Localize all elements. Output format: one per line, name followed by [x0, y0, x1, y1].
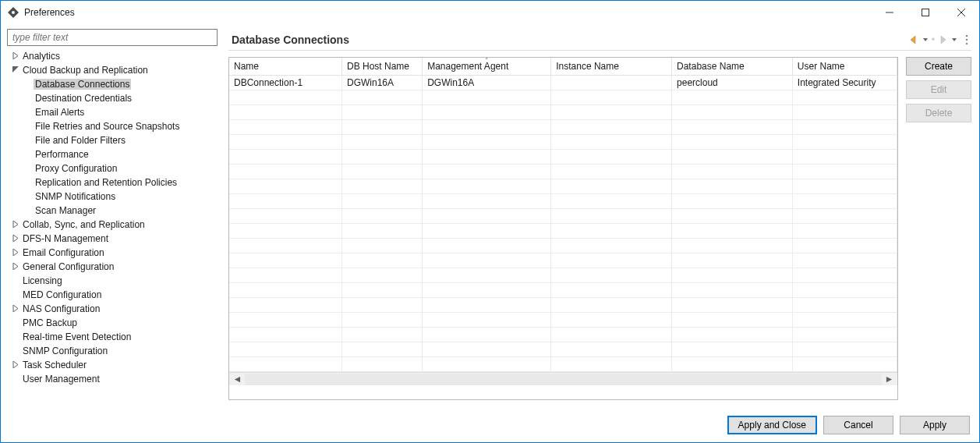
filter-input[interactable]: [7, 29, 218, 46]
table-row[interactable]: [229, 90, 897, 105]
table-cell: [792, 90, 897, 105]
tree-item[interactable]: NAS Configuration: [7, 302, 219, 316]
table-cell: [672, 150, 793, 165]
cancel-button[interactable]: Cancel: [823, 416, 893, 434]
expand-icon[interactable]: [10, 263, 21, 271]
table-row[interactable]: DBConnection-1DGWin16ADGWin16ApeercloudI…: [229, 76, 897, 90]
expand-icon[interactable]: [10, 361, 21, 370]
svg-rect-3: [922, 9, 929, 16]
table-row[interactable]: [229, 239, 897, 253]
tree-item[interactable]: PMC Backup: [7, 316, 219, 330]
tree-item[interactable]: Replication and Retention Policies: [7, 175, 219, 190]
tree-item[interactable]: File and Folder Filters: [7, 133, 219, 147]
view-menu-icon[interactable]: [964, 34, 970, 45]
table-row[interactable]: [229, 209, 897, 224]
table-cell: [423, 150, 551, 165]
scroll-track[interactable]: [245, 374, 882, 385]
apply-button[interactable]: Apply: [900, 416, 970, 434]
tree-item[interactable]: Cloud Backup and Replication: [7, 63, 219, 77]
table-row[interactable]: [229, 253, 897, 268]
nav-forward-icon[interactable]: [938, 35, 949, 44]
table-cell: [423, 253, 551, 268]
table-cell: [229, 194, 341, 209]
table-cell: [229, 90, 341, 105]
tree-item-label: Destination Credentials: [34, 93, 133, 104]
tree-item[interactable]: Scan Manager: [7, 204, 219, 218]
tree-item[interactable]: File Retries and Source Snapshots: [7, 119, 219, 133]
column-header[interactable]: Database Name: [672, 58, 793, 76]
delete-button[interactable]: Delete: [906, 104, 971, 122]
tree-item[interactable]: SNMP Configuration: [7, 344, 219, 358]
tree-item[interactable]: Performance: [7, 147, 219, 161]
table-body[interactable]: DBConnection-1DGWin16ADGWin16ApeercloudI…: [229, 76, 897, 372]
table-cell: [229, 283, 341, 298]
table-row[interactable]: [229, 268, 897, 283]
create-button[interactable]: Create: [906, 57, 971, 76]
column-header[interactable]: Management Agent˄: [423, 58, 551, 76]
titlebar: Preferences: [1, 1, 979, 24]
table-row[interactable]: [229, 224, 897, 239]
nav-back-dropdown-icon[interactable]: [923, 35, 929, 44]
tree-item-label: PMC Backup: [21, 317, 79, 328]
table-row[interactable]: [229, 179, 897, 194]
table-row[interactable]: [229, 342, 897, 357]
expand-icon[interactable]: [10, 221, 21, 229]
tree-item[interactable]: Destination Credentials: [7, 91, 219, 105]
scroll-right-icon[interactable]: ►: [883, 374, 896, 385]
tree-item[interactable]: DFS-N Management: [7, 232, 219, 246]
expand-icon[interactable]: [10, 249, 21, 257]
table-row[interactable]: [229, 165, 897, 179]
expand-icon[interactable]: [10, 52, 21, 61]
column-header[interactable]: User Name: [792, 58, 897, 76]
collapse-icon[interactable]: [10, 66, 21, 75]
table-row[interactable]: [229, 120, 897, 135]
tree-item[interactable]: User Management: [7, 372, 219, 386]
tree-item[interactable]: Licensing: [7, 274, 219, 288]
preferences-tree[interactable]: AnalyticsCloud Backup and ReplicationDat…: [7, 49, 219, 403]
column-header[interactable]: DB Host Name: [341, 58, 422, 76]
tree-item[interactable]: MED Configuration: [7, 288, 219, 302]
table-row[interactable]: [229, 283, 897, 298]
tree-item[interactable]: General Configuration: [7, 260, 219, 274]
tree-item[interactable]: SNMP Notifications: [7, 190, 219, 204]
tree-item[interactable]: Task Scheduler: [7, 358, 219, 372]
table-cell: [229, 253, 341, 268]
table-row[interactable]: [229, 105, 897, 120]
tree-item[interactable]: Collab, Sync, and Replication: [7, 218, 219, 232]
connections-table[interactable]: NameDB Host NameManagement Agent˄Instanc…: [228, 57, 898, 400]
tree-item[interactable]: Proxy Configuration: [7, 161, 219, 175]
tree-item[interactable]: Email Alerts: [7, 105, 219, 119]
table-header-row[interactable]: NameDB Host NameManagement Agent˄Instanc…: [229, 58, 897, 76]
tree-item[interactable]: Email Configuration: [7, 246, 219, 260]
table-cell: [672, 194, 793, 209]
table-row[interactable]: [229, 298, 897, 313]
table-cell: [672, 120, 793, 135]
tree-item-label: Collab, Sync, and Replication: [21, 219, 147, 230]
tree-item[interactable]: Real-time Event Detection: [7, 330, 219, 344]
table-row[interactable]: [229, 313, 897, 328]
maximize-button[interactable]: [907, 1, 943, 24]
table-row[interactable]: [229, 150, 897, 165]
table-cell: [341, 253, 422, 268]
table-row[interactable]: [229, 135, 897, 150]
expand-icon[interactable]: [10, 305, 21, 314]
nav-back-icon[interactable]: [909, 35, 920, 44]
apply-and-close-button[interactable]: Apply and Close: [727, 416, 817, 434]
table-cell: [341, 239, 422, 253]
tree-item[interactable]: Database Connections: [7, 77, 219, 91]
table-row[interactable]: [229, 194, 897, 209]
nav-forward-dropdown-icon[interactable]: [952, 35, 957, 44]
tree-item[interactable]: Analytics: [7, 49, 219, 63]
column-header[interactable]: Name: [229, 58, 341, 76]
scroll-left-icon[interactable]: ◄: [231, 374, 244, 385]
close-button[interactable]: [943, 1, 979, 24]
table-cell: [229, 268, 341, 283]
edit-button[interactable]: Edit: [906, 80, 971, 99]
table-row[interactable]: [229, 357, 897, 372]
column-header[interactable]: Instance Name: [551, 58, 672, 76]
expand-icon[interactable]: [10, 235, 21, 243]
table-row[interactable]: [229, 328, 897, 342]
horizontal-scrollbar[interactable]: ◄ ►: [229, 372, 897, 385]
minimize-button[interactable]: [872, 1, 907, 24]
table-cell: [792, 253, 897, 268]
